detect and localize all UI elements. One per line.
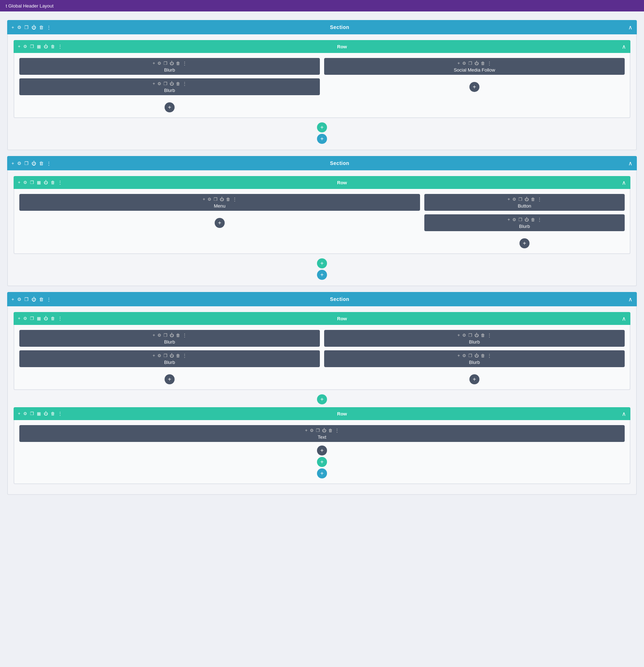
top-bar: t Global Header Layout [0, 0, 644, 11]
plus-icon[interactable]: + [11, 161, 14, 166]
module-2-label: Blurb [164, 88, 175, 93]
section-bar-3[interactable]: + ⚙ ❐ ⏻ 🗑 ⋮ Section ∧ [7, 292, 637, 306]
col-1-1-2: +⚙❐⏻🗑⋮ Social Media Follow + [324, 58, 625, 112]
row-1-1-chevron[interactable]: ∧ [622, 43, 626, 50]
plus-icon[interactable]: + [18, 316, 20, 321]
duplicate-icon[interactable]: ❐ [24, 161, 29, 166]
plus-icon[interactable]: + [18, 44, 20, 49]
add-section-btn-s2[interactable]: + [317, 270, 327, 280]
row-wrapper-3-2: + ⚙ ❐ ▦ ⏻ 🗑 ⋮ Row ∧ +⚙❐⏻🗑⋮ [14, 407, 630, 484]
module-text[interactable]: +⚙❐⏻🗑⋮ Text [19, 425, 625, 442]
add-module-btn-s3-c2[interactable]: + [469, 374, 479, 384]
module-button[interactable]: +⚙❐⏻🗑⋮ Button [424, 194, 625, 211]
power-icon[interactable]: ⏻ [44, 411, 48, 416]
duplicate-icon[interactable]: ❐ [24, 297, 29, 302]
module-blurb-2[interactable]: +⚙❐⏻🗑⋮ Blurb [19, 78, 320, 95]
module-social[interactable]: +⚙❐⏻🗑⋮ Social Media Follow [324, 58, 625, 75]
dots-icon[interactable]: ⋮ [58, 411, 62, 416]
duplicate-icon[interactable]: ❐ [30, 316, 34, 321]
trash-icon[interactable]: 🗑 [51, 316, 55, 321]
grid-icon[interactable]: ▦ [37, 316, 41, 321]
row-3-2-chevron[interactable]: ∧ [622, 410, 626, 417]
grid-icon[interactable]: ▦ [37, 180, 41, 185]
gear-icon[interactable]: ⚙ [23, 44, 27, 49]
gear-icon[interactable]: ⚙ [17, 161, 21, 166]
add-row-btn-s2[interactable]: + [317, 258, 327, 268]
row-2-1-chevron[interactable]: ∧ [622, 179, 626, 186]
add-module-btn-col1[interactable]: + [165, 102, 175, 112]
power-icon[interactable]: ⏻ [44, 180, 48, 185]
add-module-btn-right-s2[interactable]: + [519, 238, 530, 248]
dots-icon[interactable]: ⋮ [58, 44, 62, 49]
section-3-body: + ⚙ ❐ ▦ ⏻ 🗑 ⋮ Row ∧ [7, 306, 637, 495]
add-section-btn-s3[interactable]: + [317, 468, 327, 478]
gear-icon[interactable]: ⚙ [23, 180, 27, 185]
power-icon[interactable]: ⏻ [31, 161, 36, 166]
module-blurb-3-1[interactable]: +⚙❐⏻🗑⋮ Blurb [19, 330, 320, 347]
trash-icon[interactable]: 🗑 [39, 161, 44, 166]
section-1-chevron[interactable]: ∧ [628, 24, 633, 31]
add-module-btn-menu-col[interactable]: + [215, 218, 225, 228]
add-module-btn-text-row[interactable]: + [317, 446, 327, 456]
power-icon[interactable]: ⏻ [31, 297, 36, 302]
power-icon[interactable]: ⏻ [44, 316, 48, 321]
duplicate-icon[interactable]: ❐ [30, 44, 34, 49]
module-button-label: Button [518, 203, 531, 209]
duplicate-icon[interactable]: ❐ [30, 411, 34, 416]
grid-icon[interactable]: ▦ [37, 44, 41, 49]
power-icon[interactable]: ⏻ [31, 25, 36, 30]
row-2-1-title: Row [62, 180, 622, 185]
add-module-btn-s3-c1[interactable]: + [165, 374, 175, 384]
plus-icon[interactable]: + [18, 180, 20, 185]
plus-icon[interactable]: + [11, 25, 14, 30]
row-3-1-chevron[interactable]: ∧ [622, 315, 626, 322]
duplicate-icon[interactable]: ❐ [30, 180, 34, 185]
gear-icon[interactable]: ⚙ [23, 316, 27, 321]
trash-icon[interactable]: 🗑 [39, 25, 44, 30]
row-bar-3-2[interactable]: + ⚙ ❐ ▦ ⏻ 🗑 ⋮ Row ∧ [14, 407, 630, 420]
gear-icon[interactable]: ⚙ [17, 25, 21, 30]
section-bar-1[interactable]: + ⚙ ❐ ⏻ 🗑 ⋮ Section ∧ [7, 20, 637, 34]
section-3-title: Section [51, 296, 628, 302]
module-blurb-s2[interactable]: +⚙❐⏻🗑⋮ Blurb [424, 214, 625, 231]
section-bar-2[interactable]: + ⚙ ❐ ⏻ 🗑 ⋮ Section ∧ [7, 156, 637, 170]
module-blurb-3-2[interactable]: +⚙❐⏻🗑⋮ Blurb [19, 350, 320, 367]
section-3-chevron[interactable]: ∧ [628, 296, 633, 303]
col-2-1-2: +⚙❐⏻🗑⋮ Button +⚙❐⏻🗑⋮ Blurb [424, 194, 625, 248]
section-2-chevron[interactable]: ∧ [628, 160, 633, 167]
dots-icon[interactable]: ⋮ [47, 297, 51, 302]
grid-icon[interactable]: ▦ [37, 411, 41, 416]
module-menu[interactable]: +⚙❐⏻🗑⋮ Menu [19, 194, 420, 211]
gear-icon[interactable]: ⚙ [23, 411, 27, 416]
power-icon[interactable]: ⏻ [44, 44, 48, 49]
dots-icon[interactable]: ⋮ [47, 25, 51, 30]
trash-icon[interactable]: 🗑 [51, 411, 55, 416]
module-blurb-1[interactable]: +⚙❐⏻🗑⋮ Blurb [19, 58, 320, 75]
add-module-btn-col2[interactable]: + [469, 82, 479, 92]
trash-icon[interactable]: 🗑 [51, 44, 55, 49]
plus-icon[interactable]: + [11, 297, 14, 302]
module-1-label: Blurb [164, 67, 175, 73]
row-2-1-body: +⚙❐⏻🗑⋮ Menu + +⚙ [14, 189, 630, 254]
module-menu-label: Menu [214, 203, 226, 209]
add-row-btn-between-s3[interactable]: + [317, 394, 327, 404]
module-blurb-3-4[interactable]: +⚙❐⏻🗑⋮ Blurb [324, 350, 625, 367]
row-3-1-body: +⚙❐⏻🗑⋮ Blurb +⚙❐⏻🗑⋮ Blurb [14, 325, 630, 390]
trash-icon[interactable]: 🗑 [51, 180, 55, 185]
add-row-btn-s1[interactable]: + [317, 122, 327, 132]
trash-icon[interactable]: 🗑 [39, 297, 44, 302]
row-bar-1-1[interactable]: + ⚙ ❐ ▦ ⏻ 🗑 ⋮ Row ∧ [14, 40, 630, 53]
dots-icon[interactable]: ⋮ [58, 180, 62, 185]
module-blurb-3-3[interactable]: +⚙❐⏻🗑⋮ Blurb [324, 330, 625, 347]
dots-icon[interactable]: ⋮ [58, 316, 62, 321]
plus-icon[interactable]: + [18, 411, 20, 416]
gear-icon[interactable]: ⚙ [17, 297, 21, 302]
duplicate-icon[interactable]: ❐ [24, 25, 29, 30]
row-bar-3-1[interactable]: + ⚙ ❐ ▦ ⏻ 🗑 ⋮ Row ∧ [14, 312, 630, 325]
row-wrapper-1-1: + ⚙ ❐ ▦ ⏻ 🗑 ⋮ Row ∧ [14, 40, 630, 118]
row-bar-2-1[interactable]: + ⚙ ❐ ▦ ⏻ 🗑 ⋮ Row ∧ [14, 176, 630, 189]
dots-icon[interactable]: ⋮ [47, 161, 51, 166]
add-section-btn-s1[interactable]: + [317, 134, 327, 144]
section-2-title: Section [51, 160, 628, 166]
add-row-btn-s3-r2[interactable]: + [317, 457, 327, 467]
